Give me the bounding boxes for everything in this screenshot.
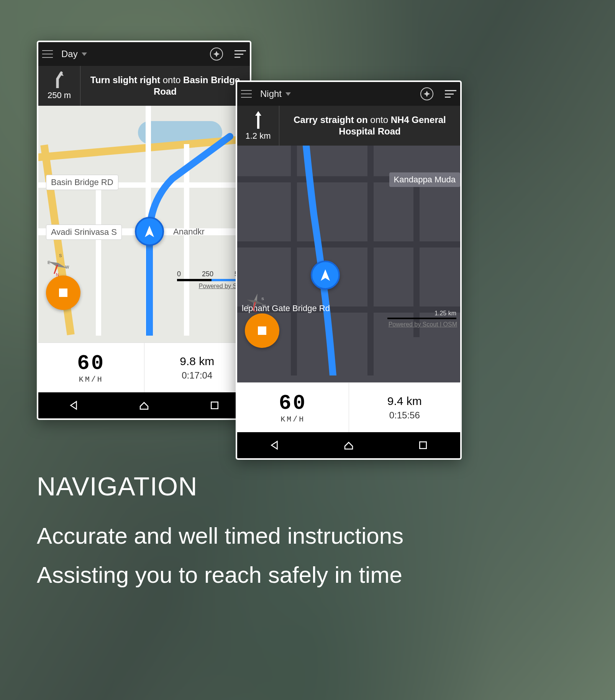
map-attribution[interactable]: Powered by Scout | OSM [389, 321, 457, 328]
map-view[interactable]: Basin Bridge RD Avadi Srinivasa S Anandk… [38, 106, 250, 343]
speed-value: 60 [77, 352, 105, 375]
marketing-text: NAVIGATION Accurate and well timed instr… [37, 471, 403, 595]
instruction-connector: onto [160, 75, 183, 85]
svg-text:S: S [261, 297, 264, 301]
road-label: Kandappa Muda [389, 172, 460, 187]
svg-text:S: S [59, 253, 62, 258]
hamburger-icon[interactable] [241, 90, 252, 98]
distance-value: 1.2 km [245, 131, 271, 141]
stop-button[interactable] [245, 313, 279, 348]
instruction-connector: onto [368, 115, 391, 125]
instruction-text: Turn slight right onto Basin Bridge Road [80, 66, 250, 106]
phone-night: Night 1.2 km Carry straight on onto NH4 … [236, 80, 462, 460]
home-icon[interactable] [138, 400, 150, 411]
compass-button[interactable] [420, 87, 433, 100]
road-label: Anandkr [169, 225, 209, 239]
chevron-down-icon [82, 52, 87, 56]
instruction-distance: 250 m [38, 66, 80, 106]
current-position-marker [311, 261, 340, 290]
scale-tick: 0 [177, 270, 181, 278]
stop-icon [258, 326, 266, 335]
speed-unit: KM/H [280, 415, 305, 424]
mode-label: Day [61, 49, 78, 59]
eta-time: 0:17:04 [182, 370, 212, 381]
instruction-panel: 250 m Turn slight right onto Basin Bridg… [38, 66, 250, 106]
back-icon[interactable] [68, 400, 79, 411]
compass-icon [213, 50, 220, 58]
svg-text:E: E [247, 304, 249, 308]
eta-time: 0:15:56 [389, 410, 420, 421]
speed-value: 60 [279, 392, 307, 415]
chevron-down-icon [285, 92, 291, 96]
scale-label: 1.25 km [435, 310, 456, 317]
android-nav-bar [237, 432, 460, 458]
svg-rect-4 [211, 402, 218, 409]
turn-slight-right-icon [54, 71, 65, 88]
mode-label: Night [260, 89, 282, 99]
instruction-action: Carry straight on [294, 115, 367, 125]
instruction-panel: 1.2 km Carry straight on onto NH4 Genera… [237, 106, 460, 146]
compass-rose-icon: N E W S [46, 253, 69, 277]
hamburger-icon[interactable] [42, 50, 53, 58]
stop-button[interactable] [46, 275, 80, 310]
eta-distance: 9.8 km [180, 355, 214, 368]
bottom-info-panel: 60 KM/H 9.4 km 0:15:56 [237, 382, 460, 432]
filter-button[interactable] [445, 90, 456, 98]
mode-selector[interactable]: Day [61, 49, 87, 59]
speed-display: 60 KM/H [237, 383, 349, 432]
android-nav-bar [38, 392, 250, 418]
home-icon[interactable] [343, 439, 354, 451]
mode-selector[interactable]: Night [260, 89, 291, 99]
instruction-text: Carry straight on onto NH4 General Hospi… [279, 106, 460, 146]
svg-text:E: E [48, 260, 50, 265]
topbar: Night [237, 82, 460, 106]
marketing-line2: Assisting you to reach safely in time [37, 556, 403, 595]
back-icon[interactable] [269, 439, 280, 451]
phone-day: Day 250 m Turn slight right onto Basin B… [37, 41, 251, 420]
svg-text:W: W [65, 265, 69, 269]
compass-icon [423, 90, 431, 98]
map-view[interactable]: Kandappa Muda lephant Gate Bridge Rd N S… [237, 146, 460, 382]
bottom-info-panel: 60 KM/H 9.8 km 0:17:04 [38, 343, 250, 392]
road-label: Avadi Srinivasa S [46, 225, 122, 240]
svg-rect-9 [420, 442, 426, 449]
stop-icon [59, 289, 67, 297]
svg-text:N: N [254, 309, 256, 312]
svg-text:W: W [262, 303, 266, 308]
compass-button[interactable] [210, 48, 223, 61]
topbar: Day [38, 42, 250, 66]
instruction-action: Turn slight right [90, 75, 160, 85]
eta-distance: 9.4 km [387, 395, 422, 408]
straight-arrow-icon [254, 110, 262, 129]
scale-tick: 250 [202, 270, 213, 278]
compass-rose-icon: N S E W [245, 292, 266, 313]
eta-display: 9.8 km 0:17:04 [144, 343, 250, 392]
instruction-distance: 1.2 km [237, 106, 279, 146]
filter-button[interactable] [235, 50, 246, 58]
speed-display: 60 KM/H [38, 343, 144, 392]
scale-bar: 1.25 km [387, 310, 456, 319]
distance-value: 250 m [48, 90, 71, 100]
marketing-heading: NAVIGATION [37, 471, 403, 501]
road-label: Basin Bridge RD [46, 175, 118, 190]
marketing-line1: Accurate and well timed instructions [37, 516, 403, 556]
current-position-marker [135, 217, 164, 246]
recent-icon[interactable] [417, 439, 429, 451]
eta-display: 9.4 km 0:15:56 [349, 383, 461, 432]
speed-unit: KM/H [79, 375, 103, 384]
recent-icon[interactable] [209, 400, 220, 411]
